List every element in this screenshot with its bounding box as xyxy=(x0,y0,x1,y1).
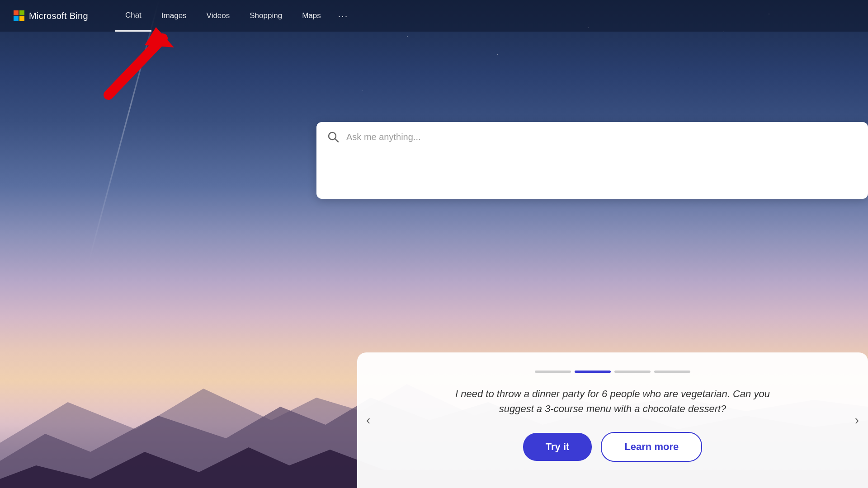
svg-line-4 xyxy=(108,38,163,95)
nav-more[interactable]: ··· xyxy=(331,0,356,32)
svg-line-7 xyxy=(335,139,338,142)
logo-blue xyxy=(14,16,19,21)
carousel-next-button[interactable]: › xyxy=(855,413,859,427)
carousel-dot-2[interactable] xyxy=(575,371,611,373)
carousel-prev-button[interactable]: ‹ xyxy=(366,413,370,427)
promo-buttons: Try it Learn more xyxy=(523,432,702,462)
logo-yellow xyxy=(19,16,24,21)
nav-videos[interactable]: Videos xyxy=(197,0,240,32)
carousel-dot-1[interactable] xyxy=(535,371,571,373)
logo-red xyxy=(14,10,19,15)
search-box xyxy=(316,122,868,199)
nav-shopping[interactable]: Shopping xyxy=(240,0,292,32)
promo-slide-text: I need to throw a dinner party for 6 peo… xyxy=(454,386,771,416)
search-icon xyxy=(327,131,339,143)
learn-more-button[interactable]: Learn more xyxy=(601,432,702,462)
carousel-dot-4[interactable] xyxy=(654,371,690,373)
microsoft-logo xyxy=(14,10,24,21)
search-input[interactable] xyxy=(346,132,857,142)
search-input-row xyxy=(316,122,868,152)
carousel-dots xyxy=(535,371,690,373)
nav-maps[interactable]: Maps xyxy=(292,0,331,32)
search-container xyxy=(316,122,868,199)
try-it-button[interactable]: Try it xyxy=(523,433,592,461)
carousel-dot-3[interactable] xyxy=(614,371,651,373)
logo-container[interactable]: Microsoft Bing xyxy=(14,10,88,21)
brand-name: Microsoft Bing xyxy=(29,11,88,21)
annotation-arrow xyxy=(99,25,181,106)
promo-card: ‹ I need to throw a dinner party for 6 p… xyxy=(357,352,868,488)
logo-green xyxy=(19,10,24,15)
svg-marker-5 xyxy=(145,27,174,47)
